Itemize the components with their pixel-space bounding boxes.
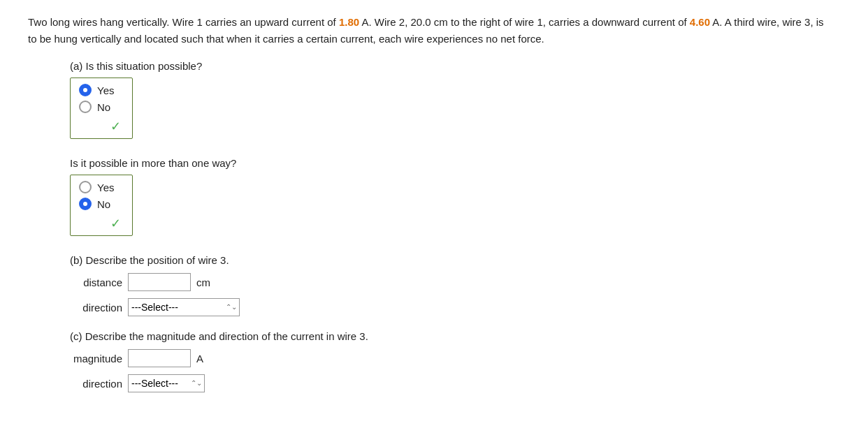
radio-no-label-a2: No [97, 198, 110, 210]
current2-value: 4.60 [690, 16, 710, 28]
magnitude-unit: A [196, 353, 203, 364]
direction2-select-wrapper: ---Select--- upward downward [128, 374, 205, 392]
distance-unit: cm [196, 277, 210, 288]
part-a2-section: Is it possible in more than one way? Yes… [70, 157, 840, 240]
direction2-select[interactable]: ---Select--- upward downward [128, 374, 205, 392]
radio-no-circle-a2[interactable] [79, 198, 92, 210]
radio-yes-option-a2[interactable]: Yes [79, 181, 121, 193]
magnitude-row: magnitude A [70, 349, 840, 367]
part-c-section: (c) Describe the magnitude and direction… [70, 330, 840, 392]
magnitude-input[interactable] [128, 349, 191, 367]
direction2-label: direction [70, 378, 122, 390]
distance-input[interactable] [128, 273, 191, 291]
checkmark-a: ✓ [110, 119, 121, 134]
problem-text: Two long wires hang vertically. Wire 1 c… [28, 14, 832, 47]
part-a-section: (a) Is this situation possible? Yes No ✓ [70, 60, 840, 143]
radio-no-label-a: No [97, 101, 110, 113]
part-b-label: (b) Describe the position of wire 3. [70, 254, 840, 266]
direction2-row: direction ---Select--- upward downward [70, 374, 840, 392]
part-a2-label: Is it possible in more than one way? [70, 157, 840, 169]
part-c-label: (c) Describe the magnitude and direction… [70, 330, 840, 342]
radio-yes-circle-a2[interactable] [79, 181, 92, 193]
radio-no-option-a2[interactable]: No [79, 198, 121, 210]
radio-yes-label-a: Yes [97, 84, 114, 96]
radio-box-a2: Yes No ✓ [70, 175, 133, 236]
radio-yes-option-a[interactable]: Yes [79, 84, 121, 96]
distance-row: distance cm [70, 273, 840, 291]
radio-yes-label-a2: Yes [97, 182, 114, 193]
problem-text-part1: Two long wires hang vertically. Wire 1 c… [28, 16, 339, 28]
checkmark-a2: ✓ [110, 216, 121, 231]
problem-text-part2: A. Wire 2, 20.0 cm to the right of wire … [359, 16, 690, 28]
radio-box-a: Yes No ✓ [70, 78, 133, 139]
part-b-section: (b) Describe the position of wire 3. dis… [70, 254, 840, 316]
magnitude-label: magnitude [70, 353, 122, 364]
direction-select-wrapper: ---Select--- left of wire 1 right of wir… [128, 298, 240, 316]
radio-no-option-a[interactable]: No [79, 101, 121, 113]
part-a-label: (a) Is this situation possible? [70, 60, 840, 72]
direction-select[interactable]: ---Select--- left of wire 1 right of wir… [128, 298, 240, 316]
direction-label: direction [70, 302, 122, 314]
distance-label: distance [70, 277, 122, 288]
current1-value: 1.80 [339, 16, 359, 28]
direction-row: direction ---Select--- left of wire 1 ri… [70, 298, 840, 316]
radio-no-circle-a[interactable] [79, 101, 92, 113]
radio-yes-circle-a[interactable] [79, 84, 92, 96]
